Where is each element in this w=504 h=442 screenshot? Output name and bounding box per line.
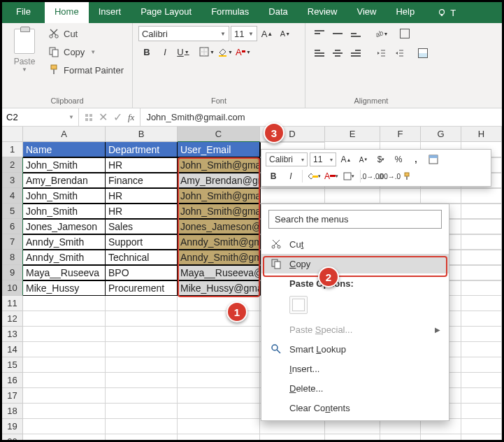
header-name[interactable]: Name [23, 142, 106, 157]
cell[interactable]: Procurement [106, 280, 178, 296]
cell[interactable]: HR [106, 157, 178, 173]
mini-fill-color[interactable]: ▾ [306, 169, 322, 183]
tab-help[interactable]: Help [386, 2, 424, 23]
cell[interactable] [325, 434, 380, 442]
cell[interactable] [106, 342, 178, 357]
row-header-12[interactable]: 12 [2, 311, 23, 327]
cell[interactable]: HR [106, 204, 178, 219]
copy-button[interactable]: Copy▼ [45, 44, 127, 59]
mini-font-size[interactable]: 11▾ [310, 152, 336, 166]
col-header-C[interactable]: C [178, 127, 260, 142]
cell[interactable] [106, 419, 178, 434]
mini-format-painter[interactable] [399, 169, 415, 183]
borders-button[interactable]: ▼ [199, 44, 215, 59]
cell[interactable] [23, 434, 106, 442]
cell[interactable] [260, 188, 325, 204]
cell[interactable] [461, 296, 502, 311]
cell[interactable] [461, 434, 502, 442]
row-header-16[interactable]: 16 [2, 373, 23, 388]
cell[interactable] [178, 342, 260, 357]
row-header-10[interactable]: 10 [2, 280, 23, 296]
mini-increase-decimal[interactable]: .0→.00 [364, 169, 380, 183]
row-header-13[interactable]: 13 [2, 327, 23, 342]
cell[interactable]: John_Smith [23, 157, 106, 173]
align-left-button[interactable] [311, 45, 328, 61]
cell[interactable]: Sales [106, 219, 178, 234]
mini-borders[interactable]: ▾ [341, 169, 357, 183]
cell[interactable] [178, 357, 260, 373]
tab-page-layout[interactable]: Page Layout [131, 2, 201, 23]
paste-button[interactable]: Paste ▼ [8, 26, 41, 82]
row-header-4[interactable]: 4 [2, 188, 23, 204]
cell[interactable]: John_Smith [23, 188, 106, 204]
cell-selected[interactable]: Mike_Hussy@gmail.com [178, 280, 260, 296]
align-right-button[interactable] [347, 45, 364, 61]
ctx-smart-lookup[interactable]: Smart Lookup [261, 339, 449, 359]
ctx-clear-contents[interactable]: Clear Contents [261, 398, 449, 418]
row-header-2[interactable]: 2 [2, 157, 23, 173]
cell[interactable] [461, 219, 502, 234]
cell-selected[interactable]: John_Smith@gmail.com [178, 188, 260, 204]
increase-indent-button[interactable] [391, 45, 408, 61]
cell[interactable] [106, 327, 178, 342]
decrease-indent-button[interactable] [373, 45, 389, 61]
select-all-corner[interactable] [2, 127, 23, 142]
font-color-button[interactable]: A▼ [235, 44, 252, 59]
col-header-F[interactable]: F [380, 127, 421, 142]
cell-selected[interactable]: Amy_Brendan@gmail.com [178, 173, 260, 188]
row-header-6[interactable]: 6 [2, 219, 23, 234]
col-header-A[interactable]: A [23, 127, 106, 142]
cell[interactable] [178, 434, 260, 442]
align-middle-button[interactable] [329, 26, 346, 41]
fill-color-button[interactable]: ▼ [217, 44, 233, 59]
cell[interactable] [23, 311, 106, 327]
cell[interactable] [461, 250, 502, 265]
cell[interactable] [461, 265, 502, 280]
cell[interactable]: Finance [106, 173, 178, 188]
cell[interactable] [461, 188, 502, 204]
paste-option-icon[interactable] [289, 296, 308, 314]
cell[interactable] [421, 419, 461, 434]
mini-accounting-format[interactable]: $▾ [373, 152, 389, 166]
cell[interactable] [461, 204, 502, 219]
cell[interactable] [260, 434, 325, 442]
tab-formulas[interactable]: Formulas [201, 2, 259, 23]
ctx-cut[interactable]: Cut [261, 234, 449, 254]
cell[interactable]: HR [106, 188, 178, 204]
tab-insert[interactable]: Insert [89, 2, 131, 23]
fx-icon[interactable]: fx [128, 112, 134, 123]
font-size-combo[interactable]: 11▼ [231, 26, 257, 41]
cell[interactable]: Anndy_Smith [23, 250, 106, 265]
cell-selected[interactable]: Maya__Ruseeva@gmail.com [178, 265, 260, 280]
bold-button[interactable]: B [138, 44, 155, 59]
align-bottom-button[interactable] [347, 26, 364, 41]
col-header-G[interactable]: G [421, 127, 461, 142]
mini-increase-font[interactable]: A▲ [338, 152, 354, 166]
mini-font-name[interactable]: Calibri▾ [266, 152, 308, 166]
cell[interactable] [461, 342, 502, 357]
mini-font-color[interactable]: A▾ [324, 169, 339, 183]
mini-decrease-font[interactable]: A▼ [356, 152, 371, 166]
align-center-button[interactable] [329, 45, 346, 61]
wrap-text-button[interactable] [396, 26, 413, 41]
row-header-15[interactable]: 15 [2, 357, 23, 373]
cell[interactable] [178, 388, 260, 404]
cell[interactable]: Amy_Brendan [23, 173, 106, 188]
cell[interactable]: BPO [106, 265, 178, 280]
cell[interactable]: Technical [106, 250, 178, 265]
col-header-E[interactable]: E [325, 127, 380, 142]
cell[interactable] [461, 357, 502, 373]
cell[interactable] [23, 342, 106, 357]
enter-icon[interactable]: ✓ [113, 110, 122, 124]
format-painter-button[interactable]: Format Painter [45, 62, 127, 78]
align-top-button[interactable] [311, 26, 328, 41]
tab-view[interactable]: View [347, 2, 386, 23]
cell[interactable] [178, 404, 260, 419]
cell-selected[interactable]: John_Smith@gmail.com [178, 157, 260, 173]
cell[interactable] [106, 357, 178, 373]
cell[interactable]: Jones_Jameson [23, 219, 106, 234]
cell[interactable] [421, 188, 461, 204]
ctx-insert[interactable]: Insert... [261, 359, 449, 378]
chevron-down-icon[interactable]: ▼ [90, 49, 96, 55]
tab-review[interactable]: Review [298, 2, 347, 23]
